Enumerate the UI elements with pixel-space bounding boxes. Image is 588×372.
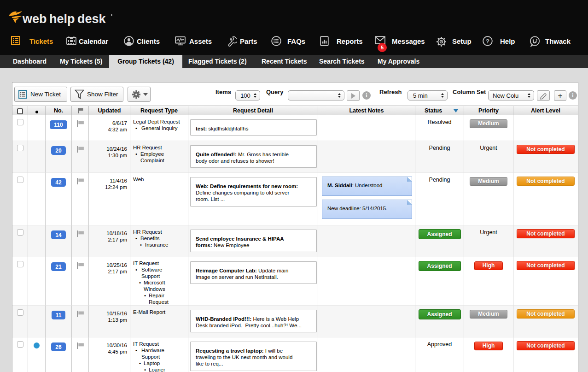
svg-text:?: ?: [486, 38, 489, 45]
